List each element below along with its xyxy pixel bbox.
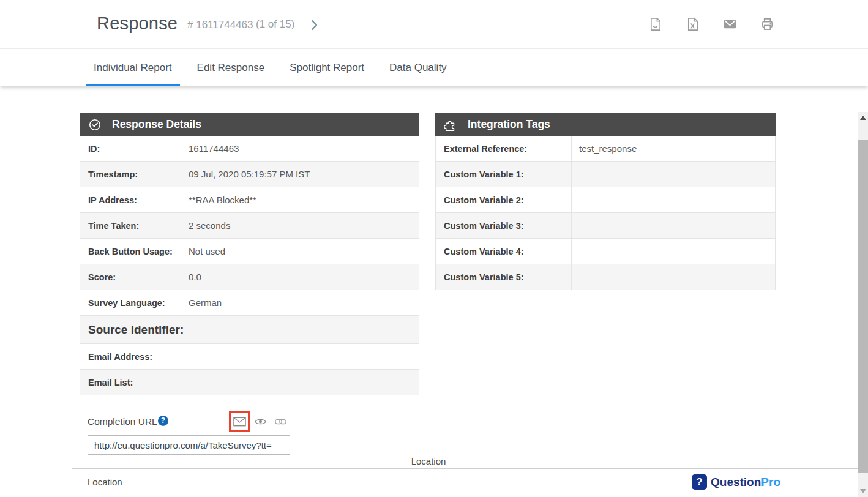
row-label: Custom Variable 1: (436, 162, 572, 187)
row-value: 2 seconds (181, 213, 419, 238)
tab-label: Edit Response (197, 62, 265, 74)
table-row: Custom Variable 4: (436, 239, 775, 264)
puzzle-icon (444, 118, 457, 132)
tab-label: Data Quality (389, 62, 447, 74)
questionpro-logo-mark: ? (692, 474, 707, 490)
tab-label: Individual Report (94, 62, 172, 74)
brand-pro: Pro (761, 476, 780, 488)
row-value (181, 370, 419, 395)
table-row: Custom Variable 2: (436, 187, 775, 213)
brand-question: Question (711, 476, 761, 488)
row-value: 0.0 (181, 264, 419, 290)
scroll-down-arrow-icon[interactable] (858, 485, 868, 497)
tab-data-quality[interactable]: Data Quality (381, 50, 455, 86)
response-details-header: Response Details (80, 113, 419, 136)
excel-export-icon[interactable] (686, 17, 700, 31)
table-row: Timestamp: 09 Jul, 2020 05:19:57 PM IST (80, 162, 419, 187)
section-divider (72, 468, 867, 469)
help-icon[interactable]: ? (158, 416, 168, 426)
row-value: Not used (181, 239, 419, 264)
table-row: External Reference: test_response (436, 136, 775, 162)
source-identifier-section-header: Source Identifier: (80, 316, 419, 344)
location-label: Location (88, 477, 122, 487)
scroll-up-arrow-icon[interactable] (858, 112, 868, 124)
location-section-title: Location (0, 456, 857, 466)
response-details-panel: Response Details ID: 1611744463 Timestam… (80, 113, 419, 395)
vertical-scrollbar[interactable] (858, 112, 868, 497)
completion-url-input[interactable] (88, 435, 290, 455)
tab-individual-report[interactable]: Individual Report (86, 50, 180, 86)
panel-title: Response Details (112, 118, 201, 131)
page-header: Response # 1611744463 (1 of 15) (0, 0, 868, 49)
mail-icon (233, 417, 246, 427)
table-row: Custom Variable 3: (436, 213, 775, 239)
row-label: Custom Variable 3: (436, 213, 572, 238)
row-value: **RAA Blocked** (181, 187, 419, 212)
report-tabs: Individual Report Edit Response Spotligh… (0, 50, 868, 86)
eye-icon[interactable] (255, 417, 266, 427)
row-value (572, 187, 775, 212)
response-number: # 1611744463 (187, 19, 253, 31)
row-label: Custom Variable 5: (436, 264, 572, 290)
send-completion-url-email-button-highlighted[interactable] (229, 411, 250, 432)
row-label: Email Address: (80, 344, 181, 369)
print-icon[interactable] (760, 17, 774, 31)
row-label: Back Button Usage: (80, 239, 181, 264)
table-row: Email Address: (80, 344, 419, 370)
completion-url-label: Completion URL (88, 416, 157, 427)
table-row: Custom Variable 5: (436, 264, 775, 290)
table-row: ID: 1611744463 (80, 136, 419, 162)
table-row: Score: 0.0 (80, 264, 419, 290)
row-label: Time Taken: (80, 213, 181, 238)
scrollbar-thumb[interactable] (858, 140, 868, 473)
row-value (572, 162, 775, 187)
row-value (181, 344, 419, 369)
questionpro-logo[interactable]: ? QuestionPro (692, 474, 780, 490)
row-label: ID: (80, 136, 181, 161)
table-row: Email List: (80, 370, 419, 395)
row-value (572, 239, 775, 264)
row-label: Score: (80, 264, 181, 290)
table-row: Back Button Usage: Not used (80, 239, 419, 264)
row-value (572, 213, 775, 238)
tab-spotlight-report[interactable]: Spotlight Report (282, 50, 372, 86)
row-label: Timestamp: (80, 162, 181, 187)
table-row: IP Address: **RAA Blocked** (80, 187, 419, 213)
row-value: German (181, 290, 419, 315)
row-label: Custom Variable 4: (436, 239, 572, 264)
email-icon[interactable] (723, 17, 737, 31)
page-title: Response (97, 13, 178, 34)
row-label: Survey Language: (80, 290, 181, 315)
row-label: Custom Variable 2: (436, 187, 572, 212)
tab-edit-response[interactable]: Edit Response (189, 50, 273, 86)
response-position-count: (1 of 15) (256, 18, 294, 31)
row-value (572, 264, 775, 290)
row-label: External Reference: (436, 136, 572, 161)
row-value: test_response (572, 136, 775, 161)
integration-tags-header: Integration Tags (435, 113, 776, 136)
questionpro-logo-text: QuestionPro (711, 476, 780, 489)
pdf-export-icon[interactable] (648, 17, 662, 31)
panel-title: Integration Tags (468, 118, 550, 131)
table-row: Time Taken: 2 seconds (80, 213, 419, 239)
header-export-actions (648, 17, 774, 31)
integration-tags-panel: Integration Tags External Reference: tes… (435, 113, 776, 290)
circle-check-icon (88, 118, 102, 132)
row-label: IP Address: (80, 187, 181, 212)
table-row: Survey Language: German (80, 290, 419, 316)
table-row: Custom Variable 1: (436, 162, 775, 187)
link-icon[interactable] (275, 417, 286, 426)
response-viewer-page: Response # 1611744463 (1 of 15) (0, 0, 868, 497)
row-value: 09 Jul, 2020 05:19:57 PM IST (181, 162, 419, 187)
next-response-chevron-icon[interactable] (308, 19, 320, 31)
row-value: 1611744463 (181, 136, 419, 161)
tab-label: Spotlight Report (290, 62, 364, 74)
row-label: Email List: (80, 370, 181, 395)
